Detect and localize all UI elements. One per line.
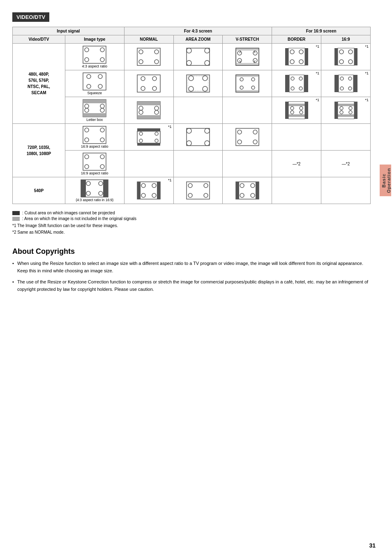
svg-point-120 (205, 128, 210, 133)
svg-point-12 (205, 48, 210, 53)
svg-point-80 (100, 108, 104, 112)
svg-point-137 (99, 181, 103, 186)
border-169b: —*2 (272, 151, 321, 177)
svg-rect-147 (187, 182, 210, 199)
svg-point-125 (253, 130, 257, 134)
image-169-b: 16:9 aspect ratio (65, 151, 124, 177)
svg-point-131 (85, 165, 89, 169)
svg-point-107 (85, 128, 89, 132)
header-input-signal: Input signal (13, 27, 125, 35)
svg-point-115 (155, 132, 158, 135)
svg-rect-82 (137, 102, 160, 105)
169-4to3: *1 (321, 44, 371, 70)
copyright-bullet-2: The use of the Resize or Keystone Correc… (12, 278, 371, 293)
svg-point-130 (100, 155, 104, 159)
page-number: 31 (369, 542, 376, 549)
image-540p: (4:3 aspect ratio in 16:9) (65, 177, 124, 204)
svg-point-87 (154, 110, 159, 114)
normal-169a: *1 (124, 124, 173, 151)
169-169a (321, 124, 371, 151)
svg-point-56 (240, 78, 243, 81)
normal-4to3 (124, 44, 173, 70)
svg-point-108 (100, 128, 104, 132)
areazoom-540p (173, 177, 223, 204)
svg-rect-100 (338, 114, 354, 117)
about-copyrights: About Copyrights When using the Resize f… (12, 247, 371, 293)
svg-point-79 (85, 108, 89, 112)
svg-point-127 (253, 140, 257, 144)
col-169: 16:9 (321, 35, 371, 44)
svg-point-121 (187, 141, 191, 146)
header-4to3: For 4:3 screen (124, 27, 272, 35)
svg-rect-76 (83, 113, 106, 117)
svg-point-49 (203, 76, 208, 81)
svg-point-1 (85, 48, 89, 52)
svg-point-59 (251, 86, 255, 89)
svg-rect-128 (83, 153, 106, 170)
col-normal: NORMAL (124, 35, 173, 44)
table-row: 720P, 1035I,1080I, 1080P 16:9 aspect rat… (13, 124, 371, 151)
svg-point-129 (85, 155, 89, 159)
svg-point-78 (100, 104, 104, 108)
vstretch-540p (223, 177, 272, 204)
svg-point-155 (240, 183, 244, 188)
table-row: 480I, 480P,576I, 576P,NTSC, PAL,SECAM 4:… (13, 44, 371, 70)
footnote-2: *2 Same as NORMAL mode. (12, 229, 371, 236)
svg-point-11 (187, 48, 191, 53)
svg-point-43 (141, 77, 145, 81)
header-16to9: For 16:9 screen (272, 27, 371, 35)
areazoom-4to3 (173, 44, 223, 70)
svg-point-149 (204, 183, 208, 188)
svg-point-158 (251, 193, 255, 197)
svg-point-109 (85, 138, 89, 142)
svg-rect-154 (256, 182, 259, 199)
svg-point-85 (154, 106, 159, 110)
legend-light-text: : Area on which the image is not include… (22, 216, 136, 221)
svg-rect-140 (137, 182, 160, 199)
svg-point-114 (139, 132, 143, 135)
signal-table: Input signal For 4:3 screen For 16:9 scr… (12, 27, 371, 204)
svg-point-41 (98, 84, 102, 88)
svg-point-157 (240, 193, 244, 197)
col-image: Image type (65, 35, 124, 44)
footnotes: *1 The Image Shift function can be used … (12, 223, 371, 236)
label-squeeze: Squeeze (67, 91, 123, 95)
svg-rect-17 (236, 63, 259, 65)
areazoom-letterbox (173, 97, 223, 124)
svg-point-126 (238, 140, 242, 144)
label-169b: 16:9 aspect ratio (67, 171, 123, 175)
svg-rect-106 (83, 126, 106, 144)
svg-rect-55 (236, 75, 259, 92)
svg-point-144 (152, 183, 156, 188)
svg-point-38 (87, 74, 91, 79)
svg-point-57 (251, 78, 255, 81)
table-row: Letter box (13, 97, 371, 124)
label-169a: 16:9 aspect ratio (67, 144, 123, 149)
svg-rect-0 (83, 46, 106, 63)
svg-point-132 (100, 165, 104, 169)
svg-point-6 (139, 50, 143, 54)
legend-light-box (12, 217, 20, 221)
svg-point-58 (240, 86, 243, 89)
svg-point-86 (139, 110, 143, 114)
col-areazoom: AREA ZOOM (173, 35, 223, 44)
svg-rect-141 (137, 182, 141, 199)
svg-point-8 (139, 60, 143, 64)
svg-rect-152 (236, 182, 259, 199)
svg-point-122 (205, 141, 210, 146)
areazoom-squeeze (173, 70, 223, 97)
copyright-bullet-1: When using the Resize function to select… (12, 260, 371, 274)
copyrights-list: When using the Resize function to select… (12, 260, 371, 293)
svg-point-156 (251, 183, 255, 188)
svg-rect-10 (187, 48, 210, 65)
svg-point-110 (100, 138, 104, 142)
svg-rect-83 (137, 115, 160, 119)
vstretch-169a (223, 124, 272, 151)
normal-letterbox (124, 97, 173, 124)
svg-point-48 (189, 76, 194, 81)
signal-480: 480I, 480P,576I, 576P,NTSC, PAL,SECAM (13, 44, 65, 124)
svg-point-124 (238, 130, 242, 134)
svg-point-40 (87, 84, 91, 88)
legend-dark-text: : Cutout area on which images cannot be … (22, 211, 115, 215)
image-169-a: 16:9 aspect ratio (65, 124, 124, 151)
